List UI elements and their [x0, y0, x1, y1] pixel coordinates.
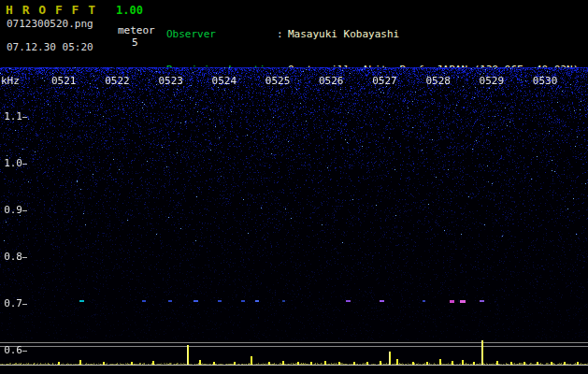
meteor-count: 5 [132, 36, 138, 49]
app-version: 1.00 [116, 4, 143, 17]
time-tick-label: 0522 [105, 75, 130, 87]
observation-timestamp: 07.12.30 05:20 [7, 41, 93, 53]
spectrogram-canvas [0, 67, 588, 374]
output-filename: 0712300520.png [7, 18, 93, 30]
time-tick-label: 0527 [372, 75, 397, 87]
info-row-observer: Observer : Masayuki Kobayashi [166, 29, 579, 41]
info-value: Masayuki Kobayashi [288, 29, 399, 41]
time-tick-label: 0523 [158, 75, 183, 87]
time-tick-label: 0528 [425, 75, 451, 87]
app-title: H R O F F T [6, 3, 96, 17]
info-label: Observer [166, 29, 277, 41]
hrofft-screen: H R O F F T 1.00 0712300520.png meteor 5… [0, 0, 588, 374]
time-tick-label: 0526 [319, 75, 344, 87]
freq-tick-label: 0.9 [3, 204, 22, 216]
freq-tick-label: 1.1 [3, 110, 22, 122]
time-tick-label: 0521 [51, 75, 77, 87]
freq-tick-label: 0.7 [3, 297, 22, 309]
freq-tick-label: 0.8 [3, 251, 22, 263]
time-tick-label: 0525 [265, 75, 291, 87]
freq-tick-label: 1.0 [3, 157, 22, 169]
info-separator: : [277, 29, 288, 41]
freq-unit-label: kHz [1, 75, 20, 87]
mode-label: meteor [118, 24, 155, 36]
time-tick-label: 0530 [533, 75, 558, 87]
freq-tick-label: 0.6 [3, 344, 22, 356]
time-tick-label: 0529 [480, 75, 505, 87]
time-tick-label: 0524 [212, 75, 237, 87]
